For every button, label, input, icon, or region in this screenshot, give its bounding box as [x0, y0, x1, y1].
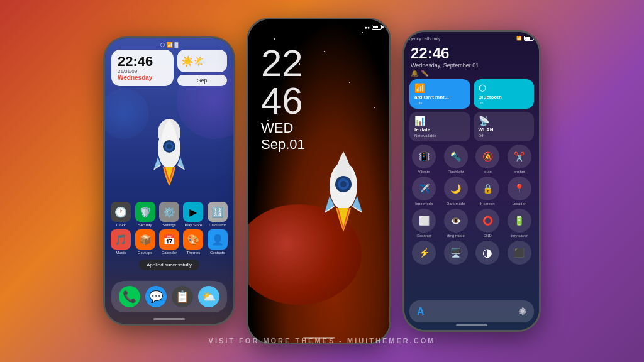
status-bar-2: ●● — [365, 25, 382, 30]
battery-status: ▓ — [175, 42, 179, 48]
ctrl-tile-wlan[interactable]: 📡 WLAN Off — [474, 112, 535, 141]
airplane-button[interactable]: ✈️ — [412, 177, 436, 200]
data-icon: 📊 — [414, 116, 465, 126]
cast-button[interactable]: 🖥️ — [444, 241, 468, 265]
notification-text: gency calls only — [409, 36, 440, 41]
screenshot-button[interactable]: ✂️ — [508, 145, 531, 168]
edit-icon: ✏️ — [421, 70, 428, 77]
lockscreen-group: 🔒 k screen — [473, 177, 502, 206]
clock2-minute: 46 — [261, 82, 305, 120]
location-group: 📍 Location — [505, 177, 535, 206]
batterysaver-label: tery saver — [511, 234, 528, 238]
app-music[interactable]: 🎵 Music — [110, 229, 131, 255]
dock-weather[interactable]: ⛅ — [198, 286, 219, 307]
app-settings-label: Settings — [162, 223, 176, 227]
svg-point-4 — [167, 144, 172, 149]
tile-internet-sub: ...tile — [414, 101, 465, 105]
home-indicator-3[interactable] — [456, 324, 487, 326]
app-calendar[interactable]: 📅 Calendar — [158, 229, 180, 255]
lockscreen-label: k screen — [480, 202, 495, 206]
theme-button[interactable]: ◑ — [475, 241, 499, 265]
app-clock[interactable]: 🕐 Clock — [110, 202, 131, 227]
readingmode-button[interactable]: 👁️ — [444, 209, 468, 233]
scanner-group: ⬜ Scanner — [409, 209, 439, 238]
font-a-button[interactable]: A — [417, 306, 425, 317]
watermark: VISIT FOR MORE THEMES - MIUITHEMER.COM — [209, 337, 436, 344]
clock-day: Wednesday — [118, 74, 167, 81]
dock: 📞 💬 📋 ⛅ — [111, 281, 227, 312]
status-bar-3: gency calls only 📶 — [409, 36, 534, 41]
dnd-group: ⭕ DND — [473, 209, 502, 238]
widget-right: ☀️🌤️ Sep — [177, 50, 227, 86]
scanner-button[interactable]: ⬜ — [412, 209, 436, 233]
signal-icon: 📶 — [167, 42, 173, 48]
dock-messages[interactable]: 💬 — [145, 286, 167, 307]
notch — [309, 19, 328, 25]
app-playstore-label: Play Store — [185, 223, 203, 227]
flashlight-button[interactable]: 🔦 — [444, 145, 468, 168]
lockscreen-button[interactable]: 🔒 — [475, 177, 499, 200]
tile-wlan-title: WLAN — [479, 127, 530, 133]
tile-bluetooth-sub: On — [479, 101, 530, 105]
batterysaver-button[interactable]: 🔋 — [508, 209, 531, 233]
bluetooth-icon: ⬡ — [160, 42, 165, 48]
clock-3: 22:46 Wednesday, September 01 🔔 ✏️ — [411, 45, 479, 77]
ctrl-tile-internet[interactable]: 📶 ard isn't mnt... ...tile — [409, 79, 470, 109]
ctrl-icons-row-3: ⬜ Scanner 👁️ ding mode ⭕ DND 🔋 tery save… — [409, 209, 534, 238]
app-getapps[interactable]: 📦 GetApps — [134, 229, 155, 255]
svg-point-8 — [340, 181, 347, 187]
vibrate-label: Vibrate — [418, 170, 430, 173]
tile-data-sub: Not available — [414, 134, 465, 138]
app-contacts[interactable]: 👤 Contacts — [207, 229, 228, 255]
control-grid: 📶 ard isn't mnt... ...tile ⬡ Bluetooth O… — [409, 79, 534, 269]
clock3-date: Wednesday, September 01 — [411, 62, 479, 69]
boost-group: ⚡ — [409, 241, 439, 266]
app-calculator-label: Calculator — [209, 223, 226, 227]
rocket-phone1 — [147, 114, 191, 189]
app-playstore[interactable]: ▶ Play Store — [182, 202, 204, 227]
tile-internet-title: ard isn't mnt... — [414, 94, 465, 100]
app-calendar-label: Calendar — [162, 251, 177, 255]
location-button[interactable]: 📍 — [508, 177, 531, 200]
tile-wlan-sub: Off — [479, 134, 530, 138]
app-themes[interactable]: 🎨 Themes — [182, 229, 204, 255]
app-settings[interactable]: ⚙️ Settings — [158, 202, 180, 227]
dock-files[interactable]: 📋 — [172, 286, 193, 307]
app-security[interactable]: 🛡️ Security — [134, 202, 155, 227]
bluetooth-tile-icon: ⬡ — [479, 83, 530, 93]
darkmode-button[interactable]: 🌙 — [444, 177, 468, 200]
phone-1: ⬡ 📶 ▓ 22:46 21/01/09 Wednesday ☀️🌤️ Sep — [103, 36, 235, 326]
dock-phone[interactable]: 📞 — [119, 286, 140, 307]
dnd-button[interactable]: ⭕ — [475, 209, 499, 233]
signal-dots: ●● — [365, 25, 370, 30]
brightness-button[interactable]: ✺ — [518, 305, 526, 317]
flashlight-label: Flashlight — [448, 170, 464, 173]
ctrl-tile-data[interactable]: 📊 le data Not available — [409, 112, 470, 141]
bottom-bar-3: A ✺ — [409, 300, 534, 322]
mute-button[interactable]: 🔕 — [475, 145, 499, 168]
weather-icon: ☀️🌤️ — [181, 55, 206, 67]
phone-2: ●● 22 46 WED Sep.01 — [247, 18, 391, 344]
clock-time: 22:46 — [118, 55, 167, 69]
flashlight-group: 🔦 Flashlight — [441, 145, 471, 173]
ctrl-icons-row-2: ✈️ lane mode 🌙 Dark mode 🔒 k screen 📍 Lo… — [409, 177, 534, 206]
screenshot-label: enshot — [514, 170, 525, 173]
mute-label: Mute — [484, 170, 492, 173]
app-clock-label: Clock — [116, 223, 126, 227]
clock3-icons: 🔔 ✏️ — [411, 70, 479, 77]
app-calculator[interactable]: 🔢 Calculator — [207, 202, 228, 227]
home-indicator-1[interactable] — [153, 318, 185, 320]
readingmode-label: ding mode — [447, 234, 465, 238]
clock2-hour: 22 — [261, 45, 305, 82]
battery-icon-2 — [372, 25, 382, 30]
extra-button[interactable]: ⬛ — [508, 241, 531, 265]
ctrl-row-2: 📊 le data Not available 📡 WLAN Off — [409, 112, 534, 141]
app-themes-label: Themes — [187, 251, 201, 255]
toast-message: Applied successfully — [139, 260, 199, 270]
app-security-label: Security — [138, 223, 152, 227]
ctrl-tile-bluetooth[interactable]: ⬡ Bluetooth On — [474, 79, 535, 109]
boost-button[interactable]: ⚡ — [412, 241, 436, 265]
vibrate-group: 📳 Vibrate — [409, 145, 439, 173]
dnd-label: DND — [484, 234, 492, 238]
vibrate-button[interactable]: 📳 — [412, 145, 436, 168]
